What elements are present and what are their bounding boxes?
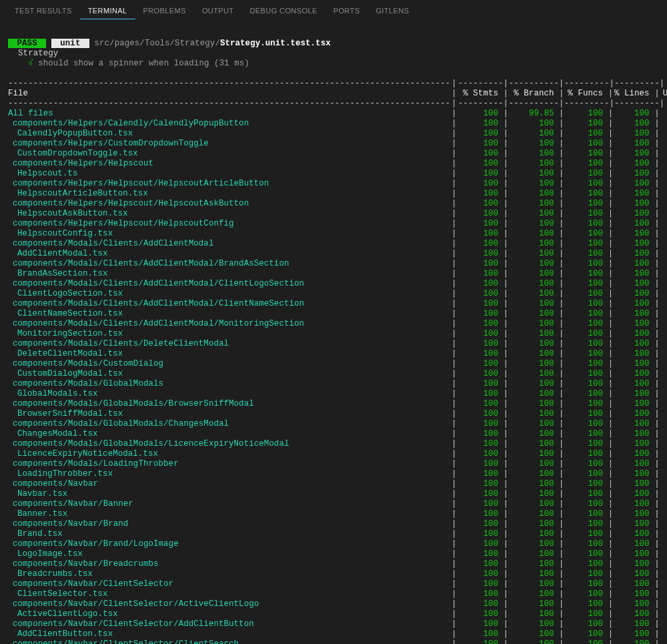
coverage-stmts: 100 — [457, 359, 504, 369]
coverage-branch: 100 — [508, 579, 559, 589]
coverage-file-name: BrowserSniffModal.tsx — [8, 409, 452, 419]
coverage-row: components/Navbar/ClientSelector/AddClie… — [8, 619, 659, 629]
coverage-row: components/Navbar/ClientSelector/ActiveC… — [8, 599, 659, 609]
coverage-stmts: 100 — [457, 639, 504, 644]
terminal-output[interactable]: PASS unit src/pages/Tools/Strategy/Strat… — [0, 19, 667, 644]
coverage-file-name: components/Modals/Clients/AddClientModal… — [8, 279, 452, 289]
coverage-funcs: 100 — [564, 199, 608, 209]
coverage-file-name: components/Modals/GlobalModals/BrowserSn… — [8, 399, 452, 409]
coverage-branch: 100 — [508, 449, 559, 459]
coverage-row: BrowserSniffModal.tsx|100 |100 |100 |100… — [8, 409, 659, 419]
coverage-branch: 100 — [508, 269, 559, 279]
coverage-stmts: 100 — [457, 489, 504, 499]
coverage-file-name: GlobalModals.tsx — [8, 389, 452, 399]
coverage-file-name: BrandAsSection.tsx — [8, 269, 452, 279]
coverage-lines: 100 — [613, 139, 654, 149]
coverage-row: components/Helpers/Helpscout/HelpscoutAs… — [8, 199, 659, 209]
coverage-lines: 100 — [613, 549, 654, 559]
coverage-file-name: components/Navbar/ClientSelector/AddClie… — [8, 619, 452, 629]
coverage-row: LicenceExpiryNoticeModal.tsx|100 |100 |1… — [8, 449, 659, 459]
coverage-funcs: 100 — [564, 209, 608, 219]
coverage-stmts: 100 — [457, 459, 504, 469]
test-file-path-file: Strategy.unit.test.tsx — [220, 39, 331, 48]
coverage-lines: 100 — [613, 369, 654, 379]
panel-tab-problems[interactable]: PROBLEMS — [135, 3, 194, 19]
coverage-funcs: 100 — [564, 189, 608, 199]
coverage-funcs: 100 — [564, 479, 608, 489]
coverage-branch: 100 — [508, 309, 559, 319]
coverage-lines: 100 — [613, 259, 654, 269]
coverage-stmts: 100 — [457, 189, 504, 199]
coverage-stmts: 100 — [457, 539, 504, 549]
coverage-funcs: 100 — [564, 569, 608, 579]
coverage-stmts: 100 — [457, 219, 504, 229]
coverage-stmts: 100 — [457, 229, 504, 239]
coverage-branch: 100 — [508, 329, 559, 339]
panel-tab-output[interactable]: OUTPUT — [194, 3, 242, 19]
coverage-branch: 100 — [508, 629, 559, 639]
coverage-funcs: 100 — [564, 599, 608, 609]
coverage-file-name: components/Navbar/Banner — [8, 499, 452, 509]
coverage-lines: 100 — [613, 469, 654, 479]
coverage-funcs: 100 — [564, 329, 608, 339]
coverage-stmts: 100 — [457, 409, 504, 419]
coverage-branch: 100 — [508, 609, 559, 619]
coverage-file-name: components/Modals/GlobalModals/ChangesMo… — [8, 419, 452, 429]
coverage-lines: 100 — [613, 589, 654, 599]
panel-tab-ports[interactable]: PORTS — [325, 3, 368, 19]
coverage-stmts: 100 — [457, 269, 504, 279]
panel-tab-debug-console[interactable]: DEBUG CONSOLE — [242, 3, 325, 19]
check-icon: √ — [28, 59, 33, 68]
coverage-funcs: 100 — [564, 239, 608, 249]
coverage-funcs: 100 — [564, 269, 608, 279]
coverage-lines: 100 — [613, 389, 654, 399]
coverage-lines: 100 — [613, 349, 654, 359]
coverage-stmts: 100 — [457, 279, 504, 289]
panel-tab-test-results[interactable]: TEST RESULTS — [7, 3, 80, 19]
coverage-funcs: 100 — [564, 219, 608, 229]
coverage-row: components/Modals/Clients/AddClientModal… — [8, 259, 659, 269]
coverage-funcs: 100 — [564, 419, 608, 429]
coverage-lines: 100 — [613, 249, 654, 259]
coverage-file-name: CustomDialogModal.tsx — [8, 369, 452, 379]
coverage-funcs: 100 — [564, 379, 608, 389]
coverage-branch: 100 — [508, 139, 559, 149]
coverage-lines: 100 — [613, 179, 654, 189]
coverage-file-name: components/Modals/Clients/AddClientModal… — [8, 299, 452, 309]
coverage-row: Brand.tsx|100 |100 |100 |100 | — [8, 529, 659, 539]
coverage-funcs: 100 — [564, 629, 608, 639]
coverage-lines: 100 — [613, 459, 654, 469]
coverage-file-name: components/Helpers/CustomDropdownToggle — [8, 139, 452, 149]
coverage-funcs: 100 — [564, 509, 608, 519]
coverage-lines: 100 — [613, 499, 654, 509]
coverage-file-name: HelpscoutArticleButton.tsx — [8, 189, 452, 199]
coverage-row: components/Modals/GlobalModals/ChangesMo… — [8, 419, 659, 429]
coverage-stmts: 100 — [457, 479, 504, 489]
coverage-branch: 100 — [508, 619, 559, 629]
coverage-branch: 100 — [508, 479, 559, 489]
coverage-file-name: components/Modals/Clients/AddClientModal… — [8, 319, 452, 329]
coverage-file-name: AddClientButton.tsx — [8, 629, 452, 639]
coverage-funcs: 100 — [564, 489, 608, 499]
coverage-file-name: Navbar.tsx — [8, 489, 452, 499]
coverage-funcs: 100 — [564, 109, 608, 119]
panel-tab-gitlens[interactable]: GITLENS — [368, 3, 417, 19]
coverage-stmts: 100 — [457, 559, 504, 569]
coverage-lines: 100 — [613, 519, 654, 529]
coverage-row: components/Navbar/Breadcrumbs|100 |100 |… — [8, 559, 659, 569]
coverage-stmts: 100 — [457, 369, 504, 379]
panel-tab-terminal[interactable]: TERMINAL — [80, 3, 135, 19]
coverage-funcs: 100 — [564, 609, 608, 619]
coverage-branch: 100 — [508, 229, 559, 239]
coverage-funcs: 100 — [564, 549, 608, 559]
coverage-branch: 100 — [508, 539, 559, 549]
coverage-branch: 100 — [508, 399, 559, 409]
coverage-branch: 100 — [508, 219, 559, 229]
coverage-row: components/Modals/CustomDialog|100 |100 … — [8, 359, 659, 369]
coverage-branch: 100 — [508, 339, 559, 349]
coverage-branch: 100 — [508, 549, 559, 559]
coverage-funcs: 100 — [564, 149, 608, 159]
coverage-branch: 100 — [508, 419, 559, 429]
coverage-funcs: 100 — [564, 389, 608, 399]
coverage-file-name: ActiveClientLogo.tsx — [8, 609, 452, 619]
